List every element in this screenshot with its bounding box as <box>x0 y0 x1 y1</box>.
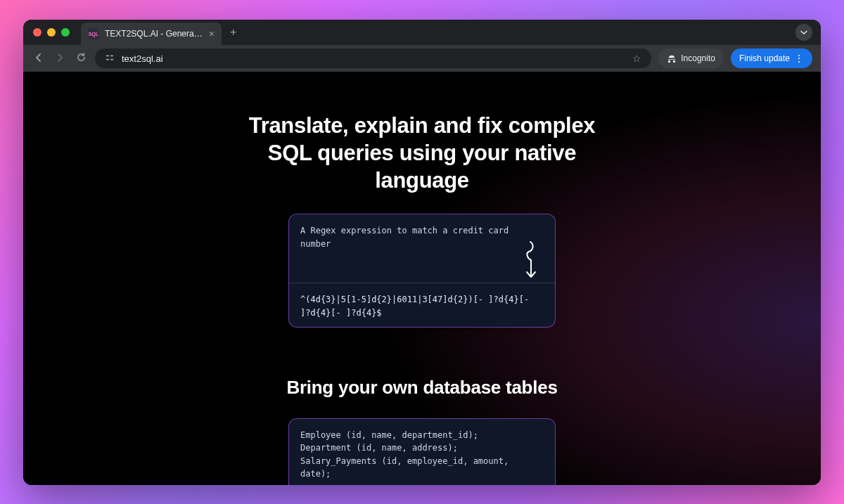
close-tab-button[interactable]: × <box>209 28 215 39</box>
example-card-regex: A Regex expression to match a credit car… <box>288 214 556 327</box>
browser-window: SQL TEXT2SQL.AI - Generate SQL × + text2… <box>23 20 821 485</box>
bookmark-star-icon[interactable]: ☆ <box>632 53 641 64</box>
incognito-indicator[interactable]: Incognito <box>658 49 724 68</box>
kebab-icon: ⋮ <box>794 53 804 64</box>
svg-rect-3 <box>110 58 113 60</box>
page-content: Translate, explain and fix complex SQL q… <box>23 72 821 485</box>
minimize-window-button[interactable] <box>47 28 56 37</box>
section-title-tables: Bring your own database tables <box>286 377 557 399</box>
maximize-window-button[interactable] <box>61 28 70 37</box>
example-prompt: A Regex expression to match a credit car… <box>289 214 555 283</box>
svg-rect-2 <box>106 58 109 60</box>
new-tab-button[interactable]: + <box>230 26 236 39</box>
hero-title: Translate, explain and fix complex SQL q… <box>225 112 619 194</box>
favicon-icon: SQL <box>88 28 99 39</box>
finish-update-label: Finish update <box>739 53 790 63</box>
example-tables-body: Employee (id, name, department_id); Depa… <box>289 419 555 485</box>
url-text: text2sql.ai <box>122 53 625 64</box>
site-settings-icon[interactable] <box>105 53 115 65</box>
incognito-label: Incognito <box>681 53 715 63</box>
svg-rect-0 <box>106 55 109 56</box>
example-card-tables: Employee (id, name, department_id); Depa… <box>288 418 556 485</box>
back-button[interactable] <box>32 52 46 65</box>
forward-button[interactable] <box>53 52 67 65</box>
collapse-tabs-button[interactable] <box>795 24 812 41</box>
browser-toolbar: text2sql.ai ☆ Incognito Finish update ⋮ <box>23 45 821 72</box>
reload-button[interactable] <box>74 52 88 65</box>
svg-rect-1 <box>110 55 113 56</box>
example-output: ^(4d{3}|5[1-5]d{2}|6011|3[47]d{2})[- ]?d… <box>289 283 555 327</box>
browser-tab[interactable]: SQL TEXT2SQL.AI - Generate SQL × <box>81 22 222 45</box>
finish-update-button[interactable]: Finish update ⋮ <box>731 49 812 68</box>
url-bar[interactable]: text2sql.ai ☆ <box>95 49 651 68</box>
window-controls <box>33 28 70 37</box>
tab-bar: SQL TEXT2SQL.AI - Generate SQL × + <box>23 20 821 45</box>
tab-title: TEXT2SQL.AI - Generate SQL <box>105 29 203 39</box>
incognito-icon <box>667 53 677 63</box>
close-window-button[interactable] <box>33 28 41 37</box>
